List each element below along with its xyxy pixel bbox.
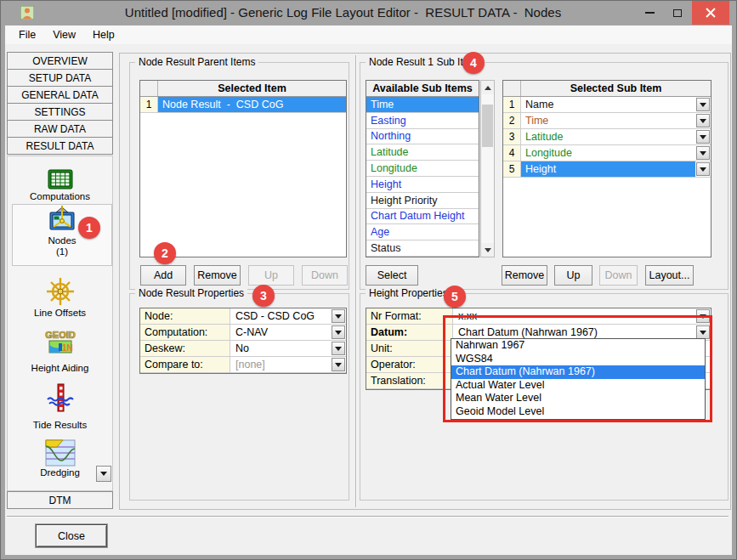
up-sub-button[interactable]: Up [554,265,592,286]
table-row-latitude[interactable]: 3Latitude [503,129,711,145]
sidebar-tab-result-data[interactable]: RESULT DATA [7,137,113,155]
remove-sub-button[interactable]: Remove [502,265,547,286]
property-dropdown-button[interactable] [332,358,345,371]
row-label: Height [521,161,695,177]
menu-bar: FileViewHelp [5,25,732,44]
layout-sub-button[interactable]: Layout... [645,265,694,286]
svg-text:GEOID: GEOID [45,330,76,340]
add-parent-button[interactable]: Add [140,265,186,286]
property-label: Deskew: [140,341,230,356]
list-header-row: Available Sub Items [366,81,479,97]
row-dropdown-button[interactable] [696,130,710,144]
sidebar-tab-raw-data[interactable]: RAW DATA [7,120,113,138]
node-properties-table: Node:CSD - CSD CoGComputation:C-NAVDeske… [139,308,347,374]
titlebar: Untitled [modified] - Generic Log File L… [0,0,737,25]
list-item-northing[interactable]: Northing [366,129,479,145]
property-dropdown-button[interactable] [332,325,345,339]
menu-view[interactable]: View [44,25,84,44]
tool-label: Nodes [48,235,76,246]
close-icon [705,7,717,19]
sidebar-tab-settings[interactable]: SETTINGS [7,103,113,121]
table-row-longitude[interactable]: 4Longitude [503,145,711,161]
app-icon [20,6,34,20]
minimize-icon [645,12,655,14]
property-dropdown-button[interactable] [332,309,345,323]
list-item-age[interactable]: Age [366,224,479,240]
property-dropdown-button[interactable] [332,342,345,355]
tool-label: Dredging [40,467,80,478]
row-label: Node Result - CSD CoG [158,97,346,112]
property-value: C-NAV [230,325,331,340]
minimize-button[interactable] [636,1,663,25]
list-item-latitude[interactable]: Latitude [366,144,479,161]
chevron-down-icon [335,331,342,335]
panel-divider [355,55,357,507]
list-item-solution-mode[interactable]: Solution Mode [366,257,479,257]
chevron-down-icon [700,135,706,139]
property-label: Translation: [366,373,453,388]
annotation-red-rectangle [443,315,712,422]
menu-help[interactable]: Help [84,25,123,44]
list-item-longitude[interactable]: Longitude [366,161,479,177]
sidebar-nav: OVERVIEWSETUP DATAGENERAL DATASETTINGSRA… [7,53,113,155]
row-dropdown-button[interactable] [696,98,710,111]
selected-sub-items-table: Selected Sub Item 1Name2Time3Latitude4Lo… [502,80,711,257]
sidebar-item-line-offsets[interactable]: Line Offsets [9,275,111,321]
down-parent-button: Down [302,265,348,286]
window-title: Untitled [modified] - Generic Log File L… [51,5,635,20]
property-row-compare-to: Compare to:[none] [140,357,346,373]
sidebar-item-dtm[interactable]: DTM [7,491,113,509]
property-value: [none] [230,357,331,372]
available-list-scrollbar[interactable] [480,80,495,257]
property-label: Operator: [366,357,453,372]
scrollbar-up-button[interactable] [481,81,494,94]
column-header: Selected Sub Item [521,81,711,96]
table-row-height[interactable]: 5Height [503,161,711,178]
table-row-name[interactable]: 1Name [503,97,711,113]
geoid-icon: GEOID1N [43,329,77,363]
maximize-icon [673,9,682,17]
property-row-computation: Computation:C-NAV [140,325,346,341]
dredge-profile-icon [44,438,77,467]
list-item-time[interactable]: Time [366,97,479,113]
dredging-dropdown-button[interactable] [96,466,111,482]
row-label: Time [521,113,695,128]
row-label: Longitude [521,145,695,161]
property-label: Nr Format: [366,308,453,324]
sidebar-tab-general-data[interactable]: GENERAL DATA [7,86,113,104]
list-item-easting[interactable]: Easting [366,113,479,129]
select-button[interactable]: Select [366,265,418,286]
chevron-down-icon [700,103,706,107]
list-item-height-priority[interactable]: Height Priority [366,193,479,209]
annotation-badge-1: 1 [78,217,100,239]
tool-label: Height Aiding [31,363,89,374]
up-parent-button: Up [248,265,294,286]
row-dropdown-button[interactable] [696,114,710,127]
table-row[interactable]: 1Node Result - CSD CoG [140,97,346,113]
close-button[interactable]: Close [36,524,107,547]
list-item-status[interactable]: Status [366,240,479,257]
row-dropdown-button[interactable] [696,162,710,176]
svg-text:1N: 1N [62,343,73,353]
group-label: Height Properties [366,287,451,299]
close-window-button[interactable] [692,1,729,25]
sidebar-item-height-aiding[interactable]: GEOID1NHeight Aiding [9,329,111,380]
sidebar-tab-setup-data[interactable]: SETUP DATA [7,69,113,87]
row-dropdown-button[interactable] [696,146,710,160]
row-number: 4 [503,145,521,161]
main-panel: Node Result Parent Items Selected Item 1… [119,53,731,510]
sidebar-item-tide-results[interactable]: Tide Results [9,382,111,437]
menu-file[interactable]: File [10,25,44,44]
remove-parent-button[interactable]: Remove [194,265,241,286]
sidebar-tab-overview[interactable]: OVERVIEW [7,52,113,70]
maximize-button[interactable] [665,1,690,25]
compass-wheel-icon [44,275,77,308]
scrollbar-down-button[interactable] [481,243,494,257]
table-row-time[interactable]: 2Time [503,113,711,129]
scrollbar-thumb[interactable] [482,105,493,147]
chevron-down-icon [100,472,107,476]
footer-divider [7,516,728,518]
list-item-height[interactable]: Height [366,177,479,193]
list-item-chart-datum-height[interactable]: Chart Datum Height [366,209,479,225]
row-number: 2 [503,113,521,128]
